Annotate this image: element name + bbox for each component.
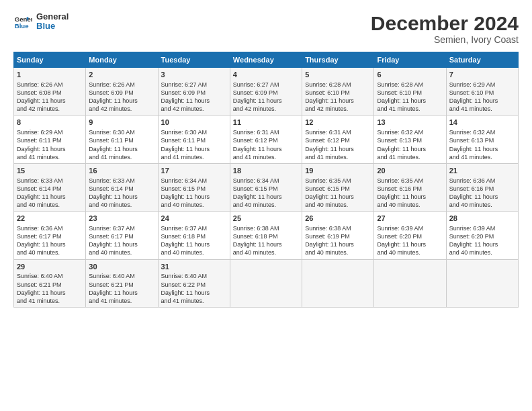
day-info-line: and 40 minutes. xyxy=(233,248,299,257)
header-thursday: Thursday xyxy=(302,52,374,68)
calendar-cell: 25Sunrise: 6:38 AMSunset: 6:18 PMDayligh… xyxy=(230,212,302,259)
main-title: December 2024 xyxy=(371,12,519,34)
day-info-line: Sunset: 6:14 PM xyxy=(89,185,154,193)
calendar-cell xyxy=(230,259,302,307)
calendar-cell: 22Sunrise: 6:36 AMSunset: 6:17 PMDayligh… xyxy=(14,212,86,259)
day-info-line: Daylight: 11 hours xyxy=(161,289,227,297)
day-info-line: Sunset: 6:10 PM xyxy=(449,89,515,97)
day-info-line: Daylight: 11 hours xyxy=(449,97,515,105)
day-info-line: Sunrise: 6:32 AM xyxy=(377,128,443,136)
logo-general: General xyxy=(36,12,69,21)
day-info-line: Daylight: 11 hours xyxy=(305,97,371,105)
day-info-line: Sunset: 6:09 PM xyxy=(161,89,227,97)
day-info-line: and 40 minutes. xyxy=(305,201,371,209)
day-number: 25 xyxy=(233,214,299,224)
calendar-cell: 20Sunrise: 6:35 AMSunset: 6:16 PMDayligh… xyxy=(374,163,446,211)
calendar-body: 1Sunrise: 6:26 AMSunset: 6:08 PMDaylight… xyxy=(14,68,519,308)
day-number: 7 xyxy=(449,70,515,80)
day-info-line: Daylight: 11 hours xyxy=(233,193,299,201)
day-info-line: and 40 minutes. xyxy=(449,201,515,209)
day-info-line: Sunset: 6:19 PM xyxy=(305,232,371,240)
day-info-line: and 41 minutes. xyxy=(233,153,299,161)
day-info-line: Sunrise: 6:30 AM xyxy=(89,128,154,136)
calendar-week-2: 8Sunrise: 6:29 AMSunset: 6:11 PMDaylight… xyxy=(14,116,519,163)
calendar-header-row: SundayMondayTuesdayWednesdayThursdayFrid… xyxy=(14,52,519,68)
day-number: 31 xyxy=(161,262,227,272)
day-number: 17 xyxy=(161,166,227,176)
calendar-cell xyxy=(302,259,374,307)
calendar-cell xyxy=(374,259,446,307)
svg-text:Blue: Blue xyxy=(15,22,29,30)
day-info-line: Sunset: 6:09 PM xyxy=(233,89,299,97)
day-info-line: Sunrise: 6:37 AM xyxy=(89,224,154,232)
day-info-line: and 40 minutes. xyxy=(305,248,371,257)
calendar-cell: 11Sunrise: 6:31 AMSunset: 6:12 PMDayligh… xyxy=(230,116,302,163)
day-info-line: Sunrise: 6:26 AM xyxy=(89,81,154,89)
day-number: 4 xyxy=(233,70,299,80)
day-info-line: and 40 minutes. xyxy=(233,201,299,209)
day-info-line: and 40 minutes. xyxy=(89,201,154,209)
calendar-cell: 24Sunrise: 6:37 AMSunset: 6:18 PMDayligh… xyxy=(158,212,230,259)
calendar-cell: 13Sunrise: 6:32 AMSunset: 6:13 PMDayligh… xyxy=(374,116,446,163)
day-number: 16 xyxy=(89,166,154,176)
calendar-cell: 29Sunrise: 6:40 AMSunset: 6:21 PMDayligh… xyxy=(14,259,86,307)
day-info-line: and 42 minutes. xyxy=(89,105,154,113)
day-number: 1 xyxy=(17,70,83,80)
logo-icon: General Blue xyxy=(13,12,32,31)
day-info-line: and 40 minutes. xyxy=(449,248,515,257)
day-info-line: Daylight: 11 hours xyxy=(17,193,83,201)
calendar-cell xyxy=(446,259,518,307)
day-info-line: Sunrise: 6:38 AM xyxy=(233,224,299,232)
day-info-line: and 40 minutes. xyxy=(17,248,83,257)
calendar-cell: 27Sunrise: 6:39 AMSunset: 6:20 PMDayligh… xyxy=(374,212,446,259)
calendar-cell: 18Sunrise: 6:34 AMSunset: 6:15 PMDayligh… xyxy=(230,163,302,211)
day-info-line: Daylight: 11 hours xyxy=(377,97,443,105)
day-number: 24 xyxy=(161,214,227,224)
calendar-cell: 16Sunrise: 6:33 AMSunset: 6:14 PMDayligh… xyxy=(86,163,158,211)
day-info-line: and 41 minutes. xyxy=(89,153,154,161)
day-info-line: Daylight: 11 hours xyxy=(89,240,154,248)
day-info-line: Sunset: 6:17 PM xyxy=(17,232,83,240)
day-number: 11 xyxy=(233,118,299,128)
day-info-line: and 40 minutes. xyxy=(161,201,227,209)
day-number: 30 xyxy=(89,262,154,272)
day-info-line: Sunrise: 6:40 AM xyxy=(161,272,227,280)
day-info-line: and 41 minutes. xyxy=(89,297,154,305)
calendar-cell: 6Sunrise: 6:28 AMSunset: 6:10 PMDaylight… xyxy=(374,68,446,116)
logo-blue: Blue xyxy=(36,21,69,31)
calendar-cell: 10Sunrise: 6:30 AMSunset: 6:11 PMDayligh… xyxy=(158,116,230,163)
day-info-line: Daylight: 11 hours xyxy=(161,97,227,105)
calendar-cell: 15Sunrise: 6:33 AMSunset: 6:14 PMDayligh… xyxy=(14,163,86,211)
calendar-cell: 26Sunrise: 6:38 AMSunset: 6:19 PMDayligh… xyxy=(302,212,374,259)
day-info-line: Sunrise: 6:39 AM xyxy=(377,224,443,232)
day-info-line: Daylight: 11 hours xyxy=(305,193,371,201)
day-number: 8 xyxy=(17,118,83,128)
calendar-cell: 9Sunrise: 6:30 AMSunset: 6:11 PMDaylight… xyxy=(86,116,158,163)
calendar-cell: 21Sunrise: 6:36 AMSunset: 6:16 PMDayligh… xyxy=(446,163,518,211)
day-info-line: Sunrise: 6:35 AM xyxy=(305,177,371,185)
day-info-line: and 41 minutes. xyxy=(377,153,443,161)
day-number: 27 xyxy=(377,214,443,224)
day-number: 6 xyxy=(377,70,443,80)
day-info-line: Daylight: 11 hours xyxy=(161,240,227,248)
day-info-line: and 40 minutes. xyxy=(377,201,443,209)
day-info-line: Daylight: 11 hours xyxy=(233,145,299,153)
day-info-line: Daylight: 11 hours xyxy=(377,193,443,201)
day-info-line: Sunset: 6:14 PM xyxy=(17,185,83,193)
day-info-line: Sunrise: 6:35 AM xyxy=(377,177,443,185)
day-info-line: Sunset: 6:16 PM xyxy=(377,185,443,193)
day-info-line: Daylight: 11 hours xyxy=(377,240,443,248)
day-info-line: Sunset: 6:21 PM xyxy=(17,281,83,289)
day-info-line: Daylight: 11 hours xyxy=(17,289,83,297)
day-info-line: Sunset: 6:11 PM xyxy=(89,136,154,144)
calendar-cell: 23Sunrise: 6:37 AMSunset: 6:17 PMDayligh… xyxy=(86,212,158,259)
day-info-line: Sunrise: 6:31 AM xyxy=(233,128,299,136)
day-info-line: and 40 minutes. xyxy=(89,248,154,257)
day-number: 14 xyxy=(449,118,515,128)
day-number: 19 xyxy=(305,166,371,176)
day-info-line: Daylight: 11 hours xyxy=(17,145,83,153)
day-info-line: Sunset: 6:11 PM xyxy=(161,136,227,144)
day-info-line: and 41 minutes. xyxy=(377,105,443,113)
header-monday: Monday xyxy=(86,52,158,68)
day-info-line: Sunset: 6:17 PM xyxy=(89,232,154,240)
